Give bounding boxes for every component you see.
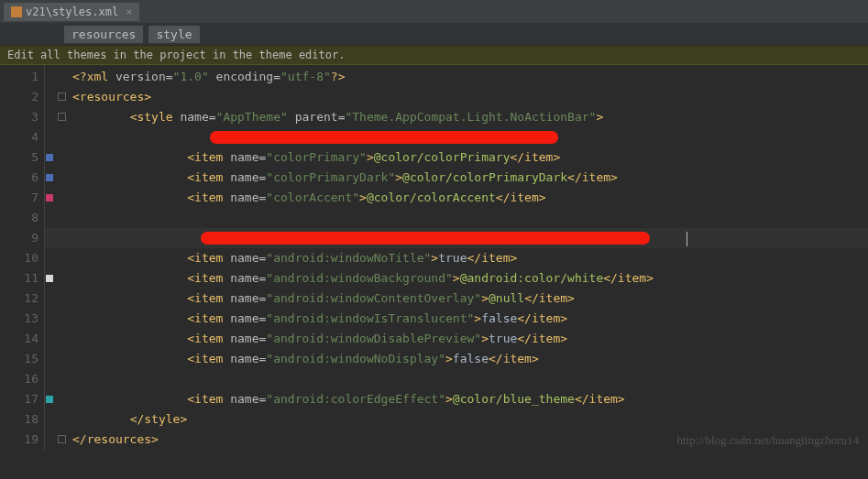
- line-number: 12: [2, 288, 38, 309]
- line-number: 2: [2, 87, 38, 107]
- close-icon[interactable]: ×: [126, 5, 132, 18]
- code-line[interactable]: </style>: [45, 409, 868, 430]
- line-number: 7: [2, 188, 38, 208]
- code-line[interactable]: <item name="colorPrimaryDark">@color/col…: [45, 168, 868, 188]
- code-line[interactable]: <item name="android:colorEdgeEffect">@co…: [45, 389, 868, 409]
- code-line[interactable]: <item name="android:windowNoDisplay">fal…: [45, 349, 868, 369]
- breadcrumb-item[interactable]: resources: [64, 26, 143, 43]
- tab-label: v21\styles.xml: [26, 5, 118, 18]
- line-number: 17: [2, 389, 38, 409]
- redaction-mark: [201, 232, 650, 245]
- code-line[interactable]: <item name="colorPrimary">@color/colorPr…: [45, 147, 868, 168]
- theme-editor-hint[interactable]: Edit all themes in the project in the th…: [0, 46, 868, 65]
- file-tab[interactable]: v21\styles.xml ×: [4, 3, 139, 21]
- tabs-bar: v21\styles.xml ×: [0, 0, 868, 24]
- code-line[interactable]: [45, 369, 868, 389]
- fold-icon[interactable]: [58, 435, 66, 443]
- code-line[interactable]: [45, 127, 868, 147]
- text-cursor: [687, 232, 687, 246]
- code-line[interactable]: <?xml version="1.0" encoding="utf-8"?>: [45, 67, 868, 87]
- breadcrumbs: resources style: [0, 24, 868, 46]
- code-line[interactable]: <style name="AppTheme" parent="Theme.App…: [45, 107, 868, 127]
- code-line[interactable]: <item name="android:windowBackground">@a…: [45, 268, 868, 288]
- code-area[interactable]: <?xml version="1.0" encoding="utf-8"?> <…: [44, 65, 868, 452]
- line-number: 4: [2, 127, 38, 147]
- line-number: 19: [2, 430, 38, 450]
- line-number: 9: [2, 228, 38, 248]
- line-number: 10: [2, 248, 38, 268]
- line-number: 18: [2, 409, 38, 430]
- code-editor[interactable]: 12345678910111213141516171819 <?xml vers…: [0, 65, 868, 452]
- code-line[interactable]: <item name="android:windowNoTitle">true<…: [45, 248, 868, 268]
- redaction-mark: [210, 131, 558, 144]
- line-number: 13: [2, 309, 38, 329]
- code-line[interactable]: <resources>: [45, 87, 868, 107]
- xml-file-icon: [11, 6, 22, 17]
- line-number: 3: [2, 107, 38, 127]
- line-number: 15: [2, 349, 38, 369]
- line-number: 1: [2, 67, 38, 87]
- code-line[interactable]: <item name="colorAccent">@color/colorAcc…: [45, 188, 868, 208]
- code-line[interactable]: [45, 208, 868, 228]
- breadcrumb-item[interactable]: style: [148, 26, 199, 43]
- line-number: 11: [2, 268, 38, 288]
- code-line[interactable]: <item name="android:windowContentOverlay…: [45, 288, 868, 309]
- watermark: http://blog.csdn.net/huangtingzhoru14: [676, 433, 859, 448]
- code-line[interactable]: <item name="android:windowDisablePreview…: [45, 329, 868, 349]
- fold-icon[interactable]: [58, 93, 66, 101]
- line-number: 8: [2, 208, 38, 228]
- code-line-current[interactable]: [45, 228, 868, 248]
- line-number: 6: [2, 168, 38, 188]
- code-line[interactable]: <item name="android:windowIsTranslucent"…: [45, 309, 868, 329]
- line-number: 16: [2, 369, 38, 389]
- line-number: 14: [2, 329, 38, 349]
- line-number: 5: [2, 147, 38, 168]
- gutter: 12345678910111213141516171819: [0, 65, 44, 452]
- fold-icon[interactable]: [58, 113, 66, 121]
